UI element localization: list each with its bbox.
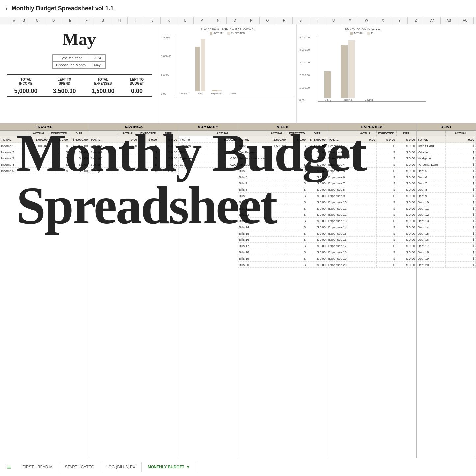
col-header-n: N [210,17,227,24]
col-header-x: X [375,17,391,24]
savings-row-2: Saving 2 $ $ 0.00 [89,149,178,155]
col-header-o: O [227,17,243,24]
income-table: INCOME ACTUAL EXPECTED DIFF. TOTAL 5,000… [0,123,89,465]
bar-expenses-actual [212,90,217,91]
tab-bar: ≡ FIRST - READ M START - CATEG LOG (BILL… [0,458,476,476]
debt-table-body: TOTAL 0.00 Credit Card $ Vehicle $ Mortg… [417,136,476,268]
month-label: Choose the Month [53,62,89,68]
debt-total-row: TOTAL 0.00 [417,136,476,143]
debt-row-6: Debt 6 $ [417,174,476,180]
left-to-spend-value: 3,500.00 [53,88,76,95]
tab-dropdown-icon[interactable]: ▾ [187,465,189,469]
debt-row-16: Debt 16 $ [417,237,476,243]
chart1-bar-saving: Saving [180,91,189,95]
bills-row-15: Bills 15 $ $ 0.00 [238,230,327,237]
savings-table-body: TOTAL 0.00 $ 0.00 $ 0.00 Saving 1 0.00 $… [89,136,178,174]
debt-row-mortgage: Mortgage $ [417,155,476,161]
expenses-row-11: Expenses 11 $ $ 0.00 [327,205,416,211]
bar-diff-actual [324,71,331,98]
savings-col-diff: DIFF. [158,131,178,136]
tab-log-bills[interactable]: LOG (BILLS, EX [100,462,142,472]
savings-table-subheader: ACTUAL EXPECTED DIFF. [89,131,178,136]
chart1-label-bills: Bills [198,92,203,95]
bills-row-19: Bills 19 $ $ 0.00 [238,255,327,262]
bills-row-14: Bills 14 $ $ 0.00 [238,224,327,230]
income-row-2: Income 2 $ $ 0.00 [0,149,89,155]
bar-income-expected [348,40,355,98]
savings-col-name [89,131,118,136]
bar-bills-actual [195,47,200,91]
expenses-table-subheader: ACTUAL EXPECTED DIFF. [327,131,416,136]
debt-row-18: Debt 18 $ [417,249,476,255]
debt-row-8: Debt 8 $ [417,186,476,193]
bills-row-10: Bills 10 $ $ 0.00 [238,199,327,205]
chart2-actual-dot [350,32,353,35]
expenses-row-restaurants: Resturants $ $ 0.00 [327,149,416,155]
back-button[interactable]: ‹ [5,5,8,12]
savings-total-row: TOTAL 0.00 $ 0.00 $ 0.00 [89,136,178,143]
top-bar: ‹ Monthly Budget Spreadsheet vol 1.1 [0,0,476,17]
debt-row-11: Debt 11 $ [417,205,476,211]
expenses-row-10: Expenses 10 $ $ 0.00 [327,199,416,205]
debt-row-7: Debt 7 $ [417,180,476,186]
debt-col-name [417,131,446,136]
chart-summary-actual: SUMMARY ACTUAL V... ACTUAL E... 5,000.00… [296,24,428,123]
savings-row-1: Saving 1 0.00 $ $ 0.00 [89,143,178,149]
savings-col-actual: ACTUAL [118,131,138,136]
col-header-e: E [62,17,78,24]
debt-row-credit-card: Credit Card $ [417,143,476,149]
debt-row-14: Debt 14 $ [417,224,476,230]
bills-col-name [238,131,267,136]
expenses-row-5: Expenses 5 $ $ 0.00 [327,168,416,174]
bills-row-12: Bills 12 $ $ 0.00 [238,211,327,218]
summary-col-name [179,131,208,136]
bills-col-expected: EXPECTED [287,131,307,136]
bar-income-actual [341,45,348,98]
savings-row-5: Saving 5 $ $ 0.00 [89,168,178,174]
tab-first-read[interactable]: FIRST - READ M [16,462,59,472]
bills-row-rent: Rent 1,500.00 $ $ -1,500.00 [238,143,327,149]
tab-monthly-budget[interactable]: MONTHLY BUDGET ▾ [142,462,195,472]
total-income-value: 5,000.00 [14,88,37,95]
chart2-y3: 2,000.00 [299,74,310,77]
bills-row-20: Bills 20 $ $ 0.00 [238,262,327,268]
chart2-label-saving: Saving [365,98,373,101]
debt-table: DEBT ACTUAL TOTAL 0.00 Credit Card $ Veh… [417,123,476,465]
chart2-bar-saving: Saving [365,98,373,101]
row-num-header [0,17,9,24]
bills-row-utilities: Utilities $ $ 0.00 [238,161,327,168]
chart1-y1: 0.00 [161,92,171,95]
tab-start-categ[interactable]: START - CATEG [59,462,100,472]
summary-debt-row: Debt 0.00 [179,161,238,168]
expenses-col-name [327,131,356,136]
debt-row-13: Debt 13 $ [417,218,476,224]
debt-table-subheader: ACTUAL [417,131,476,136]
chart2-label-diff: DIFF. [324,98,331,101]
debt-row-17: Debt 17 $ [417,243,476,249]
bills-row-7: Bills 7 $ $ 0.00 [238,180,327,186]
bills-table-header: BILLS [238,123,327,131]
col-header-aa: AA [424,17,441,24]
menu-icon[interactable]: ≡ [4,463,14,471]
expenses-row-20: Expenses 20 $ $ 0.00 [327,262,416,268]
col-header-s: S [293,17,309,24]
year-value[interactable]: 2024 [89,55,105,62]
col-header-c: C [29,17,45,24]
bills-row-8: Bills 8 $ $ 0.00 [238,186,327,193]
left-to-budget-stat: LEFT TOBUDGET 0.00 [130,78,144,95]
month-value[interactable]: May [89,62,105,68]
total-expenses-label: TOTALEXPENSES [91,78,114,86]
income-total-label: TOTAL [0,136,29,142]
bills-row-16: Bills 16 $ $ 0.00 [238,237,327,243]
col-header-u: U [325,17,342,24]
year-month-selector: Type the Year Choose the Month 2024 May [7,54,152,69]
expenses-row-6: Expenses 6 $ $ 0.00 [327,174,416,180]
savings-table-header: SAVINGS [89,123,178,131]
chart1-legend: ACTUAL EXPECTED [161,32,294,35]
debt-row-12: Debt 12 $ [417,211,476,218]
chart1-expected-dot [227,32,230,35]
expenses-row-17: Expenses 17 $ $ 0.00 [327,243,416,249]
chart2-y6: 5,000.00 [299,36,310,39]
expenses-table: EXPENSES ACTUAL EXPECTED DIFF. TOTAL 0.0… [327,123,417,465]
bills-table-subheader: ACTUAL EXPECTED DIFF. [238,131,327,136]
